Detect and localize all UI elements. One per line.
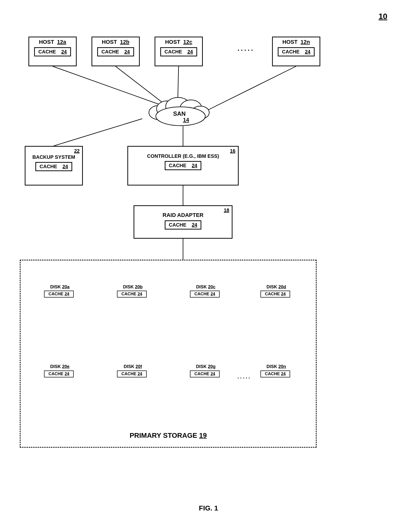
svg-text:SAN: SAN (173, 110, 186, 117)
host-12b-box: HOST 12b CACHE 24 (92, 37, 140, 66)
host-12a-cache-ref: 24 (61, 49, 67, 55)
backup-cache-ref: 24 (63, 164, 68, 169)
controller-box: 16 CONTROLLER (E.G., IBM ESS) CACHE 24 (127, 146, 239, 185)
host-12n-cache-ref: 24 (305, 49, 310, 55)
disk-20b-cache: CACHE 24 (117, 291, 147, 298)
disk-20a-label: DISK 20a (45, 284, 75, 290)
host-12b-ref: 12b (120, 39, 129, 45)
dots-label: ..... (237, 45, 255, 52)
host-12a-label: HOST 12a (36, 37, 69, 46)
disk-20f-label: DISK 20f (117, 364, 148, 369)
host-12a-cache: CACHE 24 (34, 47, 71, 56)
backup-label: BACKUP SYSTEM (30, 153, 78, 161)
disk-20n-cache: CACHE 24 (260, 370, 290, 377)
svg-line-5 (54, 119, 142, 146)
svg-line-1 (116, 66, 171, 109)
dots-disk-label: ..... (237, 373, 251, 380)
controller-cache: CACHE 24 (165, 161, 202, 170)
svg-point-9 (157, 101, 177, 117)
host-12n-box: HOST 12n CACHE 24 (272, 37, 320, 66)
raid-cache-ref: 24 (192, 222, 197, 228)
backup-cache: CACHE 24 (35, 162, 72, 171)
host-12b-cache-ref: 24 (124, 49, 130, 55)
raid-adapter-box: 18 RAID ADAPTER CACHE 24 (134, 205, 232, 239)
svg-point-11 (180, 100, 202, 117)
raid-cache: CACHE 24 (165, 220, 202, 230)
host-12n-ref: 12n (301, 39, 310, 45)
disk-20e-label: DISK 20e (45, 364, 75, 369)
disk-20d-cache: CACHE 24 (260, 291, 290, 298)
backup-system-box: 22 BACKUP SYSTEM CACHE 24 (25, 146, 83, 185)
svg-point-12 (191, 106, 209, 119)
svg-text:14: 14 (183, 117, 189, 123)
raid-label: RAID ADAPTER (160, 210, 206, 219)
primary-storage-label: PRIMARY STORAGE 19 (130, 432, 207, 439)
disk-20d-label: DISK 20d (261, 284, 292, 290)
host-12c-label: HOST 12c (162, 37, 195, 46)
svg-line-2 (178, 66, 179, 108)
host-12a-box: HOST 12a CACHE 24 (28, 37, 77, 66)
svg-point-8 (149, 106, 168, 119)
fig-caption: FIG. 1 (199, 504, 218, 512)
disk-20e-cache: CACHE 24 (44, 370, 74, 377)
host-12c-cache: CACHE 24 (160, 47, 197, 56)
controller-cache-label: CACHE (169, 163, 186, 168)
controller-cache-ref: 24 (192, 163, 197, 168)
host-12n-label: HOST 12n (280, 37, 312, 46)
disk-20c-label: DISK 20c (190, 284, 221, 290)
disk-20a-cache: CACHE 24 (44, 291, 74, 298)
svg-point-10 (166, 97, 190, 115)
host-12a-ref: 12a (57, 39, 66, 45)
disk-20b-label: DISK 20b (117, 284, 148, 290)
controller-label: CONTROLLER (E.G., IBM ESS) (144, 152, 221, 160)
svg-line-3 (208, 66, 296, 110)
disk-20g-cache: CACHE 24 (190, 370, 220, 377)
host-12n-cache-label: CACHE (282, 49, 300, 55)
backup-cache-label: CACHE (40, 164, 57, 169)
disk-20n-label: DISK 20n (261, 364, 292, 369)
disk-20c-cache: CACHE 24 (190, 291, 220, 298)
host-12b-label: HOST 12b (99, 37, 132, 46)
disk-20f-cache: CACHE 24 (117, 370, 147, 377)
svg-point-13 (156, 107, 205, 126)
host-12b-cache-label: CACHE (101, 49, 119, 55)
host-12a-cache-label: CACHE (38, 49, 56, 55)
disk-20g-label: DISK 20g (190, 364, 221, 369)
raid-ref: 18 (224, 208, 229, 213)
host-12c-cache-label: CACHE (164, 49, 182, 55)
host-12b-cache: CACHE 24 (97, 47, 134, 56)
svg-line-0 (53, 66, 168, 108)
controller-ref: 16 (230, 148, 235, 154)
page-number: 10 (378, 12, 387, 21)
host-12c-cache-ref: 24 (187, 49, 193, 55)
host-12c-ref: 12c (183, 39, 192, 45)
raid-cache-label: CACHE (169, 222, 186, 228)
backup-ref: 22 (74, 148, 80, 154)
host-12n-cache: CACHE 24 (278, 47, 315, 56)
host-12c-box: HOST 12c CACHE 24 (155, 37, 203, 66)
